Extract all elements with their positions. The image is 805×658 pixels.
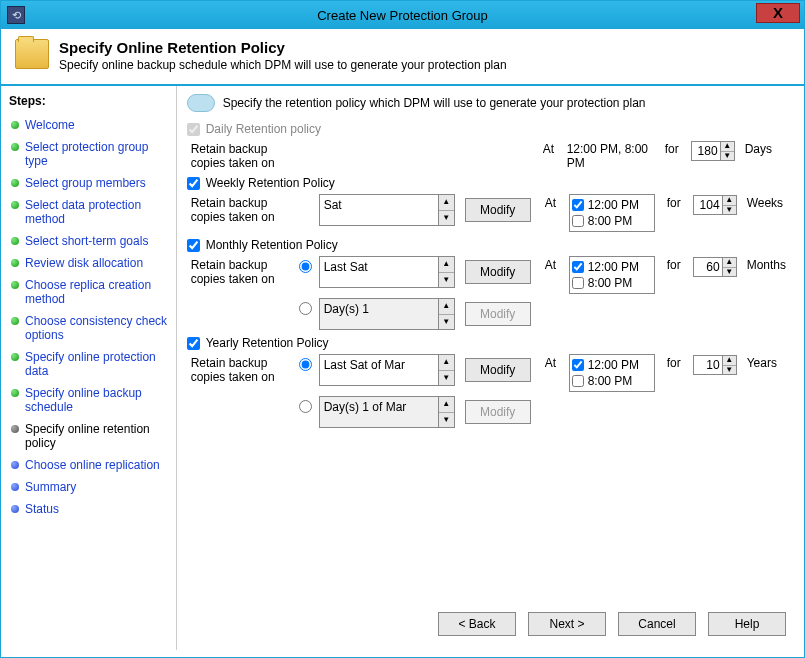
- step-3[interactable]: Select data protection method: [1, 194, 176, 230]
- daily-checkbox: [187, 123, 200, 136]
- weekly-unit: Weeks: [747, 194, 783, 210]
- step-bullet-icon: [11, 259, 19, 267]
- list-down[interactable]: ▼: [439, 371, 454, 386]
- monthly-time2-check[interactable]: [572, 277, 584, 289]
- monthly-modify2-button: Modify: [465, 302, 531, 326]
- help-button[interactable]: Help: [708, 612, 786, 636]
- monthly-unit: Months: [747, 256, 786, 272]
- list-down[interactable]: ▼: [439, 413, 454, 428]
- weekly-checkbox[interactable]: [187, 177, 200, 190]
- list-down[interactable]: ▼: [439, 273, 454, 288]
- yearly-opt2-list[interactable]: Day(s) 1 of Mar ▲▼: [319, 396, 455, 428]
- spin-down[interactable]: ▼: [721, 152, 734, 161]
- step-7[interactable]: Choose consistency check options: [1, 310, 176, 346]
- list-down[interactable]: ▼: [439, 315, 454, 330]
- list-down[interactable]: ▼: [439, 211, 454, 226]
- page-subtitle: Specify online backup schedule which DPM…: [59, 58, 507, 72]
- list-up[interactable]: ▲: [439, 397, 454, 413]
- step-label: Select protection group type: [25, 140, 168, 168]
- step-label: Choose replica creation method: [25, 278, 168, 306]
- yearly-radio-1[interactable]: [299, 358, 312, 371]
- cloud-icon: [187, 94, 215, 112]
- weekly-duration-spinner[interactable]: ▲▼: [693, 195, 737, 215]
- yearly-time-box: 12:00 PM 8:00 PM: [569, 354, 655, 392]
- retain-label: Retain backup copies taken on: [191, 140, 293, 170]
- list-up[interactable]: ▲: [439, 355, 454, 371]
- yearly-opt1-list[interactable]: Last Sat of Mar ▲▼: [319, 354, 455, 386]
- list-up[interactable]: ▲: [439, 257, 454, 273]
- monthly-opt2-list[interactable]: Day(s) 1 ▲▼: [319, 298, 455, 330]
- monthly-duration-spinner[interactable]: ▲▼: [693, 257, 737, 277]
- intro-text: Specify the retention policy which DPM w…: [223, 96, 646, 110]
- step-bullet-icon: [11, 483, 19, 491]
- weekly-schedule-list[interactable]: Sat ▲▼: [319, 194, 455, 226]
- weekly-duration-input[interactable]: [694, 196, 722, 214]
- main-content: Specify the retention policy which DPM w…: [177, 86, 804, 650]
- yearly-modify2-button: Modify: [465, 400, 531, 424]
- monthly-checkbox[interactable]: [187, 239, 200, 252]
- spin-down[interactable]: ▼: [723, 206, 736, 215]
- cancel-button[interactable]: Cancel: [618, 612, 696, 636]
- step-12[interactable]: Summary: [1, 476, 176, 498]
- wizard-header: Specify Online Retention Policy Specify …: [1, 29, 804, 86]
- back-button[interactable]: < Back: [438, 612, 516, 636]
- daily-title: Daily Retention policy: [206, 122, 321, 136]
- wizard-footer: < Back Next > Cancel Help: [438, 612, 786, 636]
- step-label: Welcome: [25, 118, 75, 132]
- monthly-radio-1[interactable]: [299, 260, 312, 273]
- step-label: Specify online backup schedule: [25, 386, 168, 414]
- step-2[interactable]: Select group members: [1, 172, 176, 194]
- step-label: Status: [25, 502, 59, 516]
- weekly-modify-button[interactable]: Modify: [465, 198, 531, 222]
- monthly-opt1-list[interactable]: Last Sat ▲▼: [319, 256, 455, 288]
- yearly-radio-2[interactable]: [299, 400, 312, 413]
- yearly-duration-spinner[interactable]: ▲▼: [693, 355, 737, 375]
- yearly-duration-input[interactable]: [694, 356, 722, 374]
- step-bullet-icon: [11, 317, 19, 325]
- list-up[interactable]: ▲: [439, 299, 454, 315]
- daily-duration-input[interactable]: [692, 142, 720, 160]
- spin-down[interactable]: ▼: [723, 366, 736, 375]
- step-label: Choose consistency check options: [25, 314, 168, 342]
- step-4[interactable]: Select short-term goals: [1, 230, 176, 252]
- step-label: Review disk allocation: [25, 256, 143, 270]
- next-button[interactable]: Next >: [528, 612, 606, 636]
- step-5[interactable]: Review disk allocation: [1, 252, 176, 274]
- step-bullet-icon: [11, 461, 19, 469]
- step-bullet-icon: [11, 143, 19, 151]
- list-up[interactable]: ▲: [439, 195, 454, 211]
- step-13[interactable]: Status: [1, 498, 176, 520]
- for-label: for: [665, 140, 687, 156]
- daily-unit: Days: [745, 140, 772, 156]
- for-label: for: [667, 354, 689, 370]
- monthly-modify1-button[interactable]: Modify: [465, 260, 531, 284]
- yearly-time2-check[interactable]: [572, 375, 584, 387]
- yearly-checkbox[interactable]: [187, 337, 200, 350]
- step-6[interactable]: Choose replica creation method: [1, 274, 176, 310]
- step-1[interactable]: Select protection group type: [1, 136, 176, 172]
- window-title: Create New Protection Group: [317, 8, 488, 23]
- weekly-section: Weekly Retention Policy Retain backup co…: [187, 176, 786, 232]
- step-0[interactable]: Welcome: [1, 114, 176, 136]
- monthly-time1-check[interactable]: [572, 261, 584, 273]
- step-bullet-icon: [11, 179, 19, 187]
- yearly-time1-check[interactable]: [572, 359, 584, 371]
- daily-duration-spinner[interactable]: ▲▼: [691, 141, 735, 161]
- at-label: At: [545, 354, 565, 370]
- step-9[interactable]: Specify online backup schedule: [1, 382, 176, 418]
- step-11[interactable]: Choose online replication: [1, 454, 176, 476]
- monthly-time-box: 12:00 PM 8:00 PM: [569, 256, 655, 294]
- step-10[interactable]: Specify online retention policy: [1, 418, 176, 454]
- yearly-title: Yearly Retention Policy: [206, 336, 329, 350]
- weekly-time1-check[interactable]: [572, 199, 584, 211]
- at-label: At: [543, 140, 563, 156]
- monthly-radio-2[interactable]: [299, 302, 312, 315]
- close-button[interactable]: X: [756, 3, 800, 23]
- retain-label: Retain backup copies taken on: [191, 354, 293, 384]
- spin-down[interactable]: ▼: [723, 268, 736, 277]
- step-8[interactable]: Specify online protection data: [1, 346, 176, 382]
- monthly-duration-input[interactable]: [694, 258, 722, 276]
- at-label: At: [545, 194, 565, 210]
- weekly-time2-check[interactable]: [572, 215, 584, 227]
- yearly-modify1-button[interactable]: Modify: [465, 358, 531, 382]
